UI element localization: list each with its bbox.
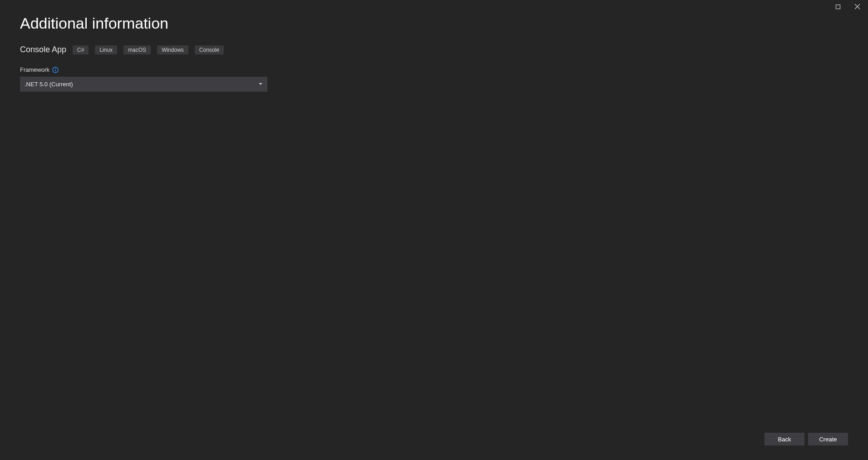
close-icon	[854, 3, 860, 11]
framework-select-value: .NET 5.0 (Current)	[25, 81, 73, 88]
template-info-row: Console App C# Linux macOS Windows Conso…	[20, 45, 848, 54]
framework-form-group: Framework .NET 5.0 (Current)	[20, 66, 848, 92]
back-button[interactable]: Back	[764, 433, 804, 445]
template-tag: Windows	[157, 45, 188, 54]
chevron-down-icon	[258, 82, 263, 87]
maximize-icon	[835, 3, 841, 11]
template-tag: macOS	[123, 45, 151, 54]
page-title: Additional information	[20, 15, 848, 32]
framework-label-row: Framework	[20, 66, 848, 73]
svg-point-5	[55, 68, 56, 69]
window-titlebar	[833, 0, 868, 13]
info-icon[interactable]	[52, 67, 59, 73]
create-button[interactable]: Create	[808, 433, 848, 445]
template-name: Console App	[20, 45, 66, 54]
footer-buttons: Back Create	[764, 433, 848, 445]
template-tag: C#	[73, 45, 89, 54]
template-tag: Linux	[95, 45, 117, 54]
close-button[interactable]	[852, 2, 863, 13]
template-tag: Console	[195, 45, 224, 54]
maximize-button[interactable]	[833, 2, 843, 13]
framework-select[interactable]: .NET 5.0 (Current)	[20, 77, 267, 92]
framework-label: Framework	[20, 66, 49, 73]
svg-rect-0	[836, 5, 840, 9]
main-content: Additional information Console App C# Li…	[0, 0, 868, 115]
